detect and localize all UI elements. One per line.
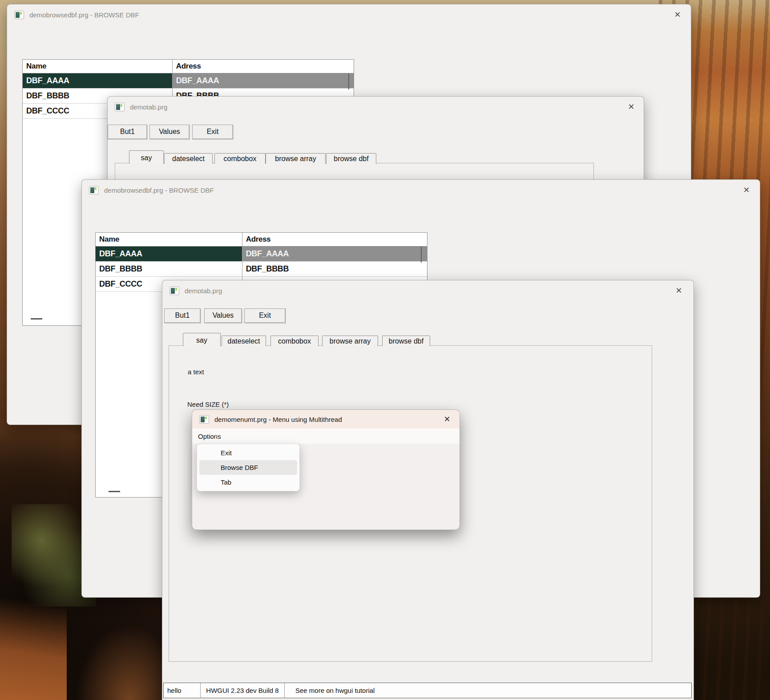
window-title: demomenumt.prg - Menu using Multithread: [214, 416, 342, 423]
menu-item-browse-dbf[interactable]: Browse DBF: [199, 460, 297, 475]
table-row[interactable]: DBF_AAAA DBF_AAAA: [96, 247, 427, 262]
scrollbar-thumb[interactable]: [421, 247, 422, 263]
tab-browse-dbf[interactable]: browse dbf: [382, 336, 430, 346]
statusbar-section-right: See more on hwgui tutorial: [285, 683, 691, 698]
app-icon: [199, 415, 209, 424]
menu-item-exit[interactable]: Exit: [199, 445, 297, 460]
app-icon: [169, 287, 179, 295]
cell-adress[interactable]: DBF_AAAA: [173, 73, 354, 88]
menu-item-tab[interactable]: Tab: [199, 475, 297, 490]
close-icon[interactable]: ✕: [673, 285, 684, 296]
titlebar[interactable]: demobrowsedbf.prg - BROWSE DBF ✕: [82, 180, 760, 200]
menubar: Options: [192, 429, 460, 444]
cell-name[interactable]: DBF_BBBB: [96, 262, 242, 276]
app-icon: [14, 11, 24, 19]
button-exit[interactable]: Exit: [244, 308, 286, 323]
say-text: a text: [188, 368, 204, 376]
button-values[interactable]: Values: [149, 125, 189, 139]
close-icon[interactable]: ✕: [741, 185, 752, 195]
window-title: demotab.prg: [130, 103, 167, 111]
window-title: demotab.prg: [185, 287, 222, 295]
column-header-adress[interactable]: Adress: [242, 233, 427, 246]
titlebar[interactable]: demotab.prg ✕: [162, 280, 693, 301]
window-title: demobrowsedbf.prg - BROWSE DBF: [104, 186, 214, 194]
column-header-adress[interactable]: Adress: [173, 60, 354, 73]
tab-browse-dbf[interactable]: browse dbf: [326, 153, 376, 164]
app-icon: [115, 103, 125, 111]
tab-browse-array[interactable]: browse array: [322, 336, 378, 346]
resize-grip[interactable]: [31, 318, 42, 320]
titlebar[interactable]: demotab.prg ✕: [108, 97, 644, 117]
desktop-wallpaper: demobrowsedbf.prg - BROWSE DBF ✕ Name Ad…: [0, 0, 770, 700]
menu-options[interactable]: Options: [192, 429, 227, 444]
scrollbar-thumb[interactable]: [348, 73, 349, 89]
tab-say[interactable]: say: [129, 150, 164, 164]
close-icon[interactable]: ✕: [672, 9, 683, 20]
column-header-name[interactable]: Name: [96, 233, 242, 246]
column-header-name[interactable]: Name: [23, 60, 173, 73]
cell-name[interactable]: DBF_AAAA: [23, 73, 173, 88]
close-icon[interactable]: ✕: [626, 101, 637, 112]
statusbar-section-left: hello: [164, 683, 201, 698]
button-exit[interactable]: Exit: [192, 125, 233, 139]
dropdown-menu: Exit Browse DBF Tab: [197, 444, 300, 491]
cell-adress[interactable]: DBF_AAAA: [242, 247, 427, 261]
tab-combobox[interactable]: combobox: [214, 153, 266, 164]
tab-dateselect[interactable]: dateselect: [164, 153, 213, 164]
window-menu-multithread: demomenumt.prg - Menu using Multithread …: [192, 409, 460, 530]
cell-name[interactable]: DBF_AAAA: [96, 247, 242, 261]
wallpaper-rocks: [76, 624, 173, 700]
tab-dateselect[interactable]: dateselect: [222, 336, 266, 346]
app-icon: [89, 186, 99, 194]
titlebar[interactable]: demomenumt.prg - Menu using Multithread …: [192, 410, 460, 429]
tab-browse-array[interactable]: browse array: [266, 153, 326, 164]
cell-adress[interactable]: DBF_BBBB: [242, 262, 427, 276]
table-header-row: Name Adress: [96, 233, 427, 247]
button-but1[interactable]: But1: [108, 125, 147, 139]
table-row[interactable]: DBF_AAAA DBF_AAAA: [23, 73, 354, 89]
size-note: Need SIZE (*): [187, 401, 229, 408]
tab-say[interactable]: say: [183, 333, 221, 346]
button-values[interactable]: Values: [204, 308, 242, 323]
statusbar: hello HWGUI 2.23 dev Build 8 See more on…: [163, 683, 692, 698]
button-but1[interactable]: But1: [164, 308, 201, 323]
titlebar[interactable]: demobrowsedbf.prg - BROWSE DBF ✕: [7, 4, 691, 25]
statusbar-section-center: HWGUI 2.23 dev Build 8: [201, 683, 285, 698]
table-row[interactable]: DBF_BBBB DBF_BBBB: [96, 262, 427, 277]
table-header-row: Name Adress: [23, 60, 354, 73]
wallpaper-canyon-glow: [0, 566, 67, 700]
close-icon[interactable]: ✕: [442, 414, 452, 425]
resize-grip[interactable]: [109, 491, 120, 492]
tab-combobox[interactable]: combobox: [270, 336, 318, 346]
window-title: demobrowsedbf.prg - BROWSE DBF: [29, 11, 139, 19]
